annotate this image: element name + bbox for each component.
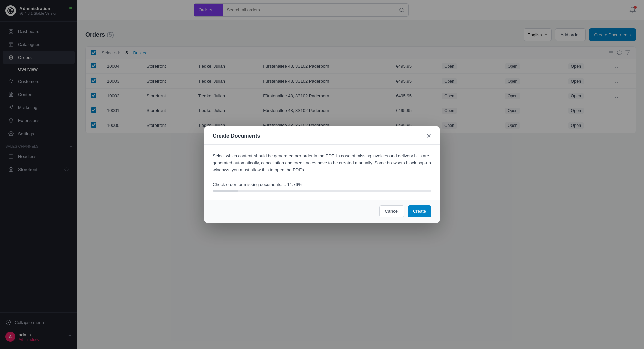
modal-title: Create Documents [213, 133, 260, 139]
modal-close-button[interactable]: ✕ [426, 133, 431, 139]
progress-label: Check order for missing documents.... 11… [213, 182, 431, 187]
main-content: Orders Orders (5) English [77, 0, 644, 349]
modal-footer: Cancel Create [204, 200, 440, 223]
modal-header: Create Documents ✕ [204, 126, 440, 145]
create-documents-modal: Create Documents ✕ Select which content … [204, 126, 440, 222]
progress-bar-fill [213, 190, 238, 192]
modal-overlay: Create Documents ✕ Select which content … [77, 0, 644, 349]
cancel-button[interactable]: Cancel [379, 205, 404, 217]
create-button[interactable]: Create [408, 205, 431, 217]
modal-body: Select which content should be generated… [204, 145, 440, 199]
progress-bar-background [213, 190, 431, 192]
modal-description: Select which content should be generated… [213, 153, 431, 173]
